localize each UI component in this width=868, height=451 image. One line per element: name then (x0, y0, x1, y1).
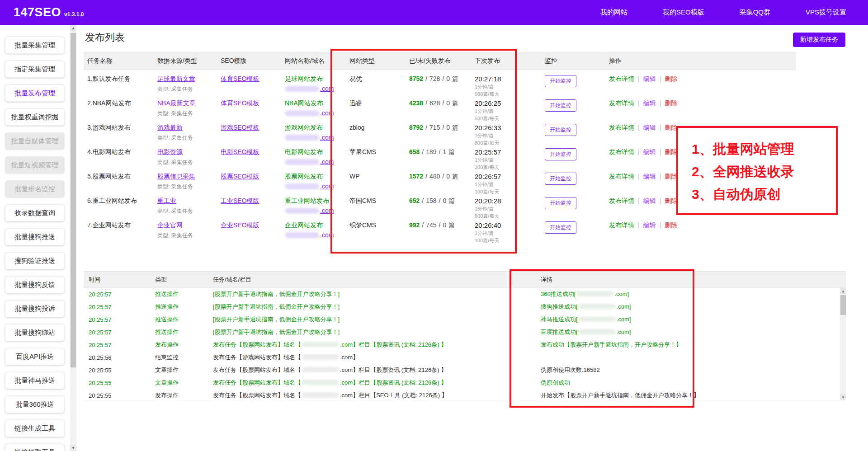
seo-template-link[interactable]: 企业SEO模版 (221, 221, 259, 229)
data-source-link[interactable]: 游戏最新 (157, 124, 183, 131)
start-monitor-button[interactable]: 开始监控 (545, 173, 576, 185)
site-domain-link[interactable]: .com (285, 158, 342, 165)
data-source-link[interactable]: 企业官网 (157, 221, 183, 229)
edit-link[interactable]: 编辑 (643, 148, 656, 155)
scroll-down-icon[interactable]: ▼ (840, 394, 846, 400)
seo-template-link[interactable]: 电影SEO模板 (221, 148, 259, 155)
redacted-domain (579, 316, 616, 322)
publish-details-link[interactable]: 发布详情 (609, 173, 634, 180)
edit-link[interactable]: 编辑 (643, 197, 656, 204)
seo-template-link[interactable]: 股票SEO模版 (221, 173, 259, 180)
sidebar-item-link-grab[interactable]: 链接抓取工具 (5, 444, 65, 451)
publish-counts: 658/189/1篇 (406, 143, 471, 170)
edit-link[interactable]: 编辑 (643, 173, 656, 180)
app-logo: 147SEO v1.3.1.0 (14, 5, 84, 19)
start-monitor-button[interactable]: 开始监控 (545, 124, 576, 136)
table-row: 6.重工业网站发布 重工业类型: 采集任务 工业SEO模版 重工业网站发布.co… (84, 192, 796, 216)
task-name: 7.企业网站发布 (84, 216, 154, 244)
sidebar-item-360-push[interactable]: 批量360推送 (5, 396, 65, 413)
delete-link[interactable]: 删除 (665, 148, 677, 155)
seo-template-link[interactable]: 体育SEO模板 (221, 99, 259, 107)
table-row: 2.NBA网站发布 NBA最新文章类型: 采集任务 体育SEO模板 NBA网站发… (84, 94, 796, 119)
site-type: zblog (346, 119, 406, 146)
sidebar-item-sogou-bind[interactable]: 批量搜狗绑站 (5, 324, 65, 341)
log-table: 时间 类型 任务/域名/栏目 详情 20:25:57 推送操作 [股票开户新手避… (84, 271, 846, 401)
sidebar-item-link-generate[interactable]: 链接生成工具 (5, 420, 65, 437)
delete-link[interactable]: 删除 (665, 75, 677, 82)
sidebar-item-specified-collect[interactable]: 指定采集管理 (5, 61, 65, 78)
sidebar-item-keyword-mining[interactable]: 批量权重词挖掘 (5, 108, 65, 126)
log-scrollbar[interactable]: ▲ ▼ (840, 288, 846, 400)
sidebar-item-baidu-api-push[interactable]: 百度API推送 (5, 348, 65, 365)
site-domain-link[interactable]: .com (285, 183, 342, 190)
log-time: 20:25:57 (84, 304, 150, 310)
site-domain-link[interactable]: .com (285, 85, 342, 92)
data-source-link[interactable]: NBA最新文章 (157, 99, 196, 107)
edit-link[interactable]: 编辑 (643, 221, 656, 229)
delete-link[interactable]: 删除 (665, 221, 677, 229)
site-name: 足球网站发布 (285, 75, 342, 83)
redacted-domain (302, 367, 339, 372)
sidebar-item-shenma-push[interactable]: 批量神马推送 (5, 372, 65, 389)
site-domain-link[interactable]: .com (285, 109, 342, 117)
sidebar-scrollbar-thumb[interactable] (71, 33, 76, 367)
delete-link[interactable]: 删除 (665, 99, 677, 107)
edit-link[interactable]: 编辑 (643, 75, 656, 82)
publish-details-link[interactable]: 发布详情 (609, 221, 634, 229)
log-detail: 神马推送成功[.com] (529, 315, 846, 324)
data-source-link[interactable]: 重工业 (157, 197, 176, 204)
edit-link[interactable]: 编辑 (643, 99, 656, 107)
sidebar-item-sogou-verify-push[interactable]: 搜狗验证推送 (5, 252, 65, 269)
seo-template-link[interactable]: 游戏SEO模板 (221, 124, 259, 131)
seo-template-link[interactable]: 工业SEO模版 (221, 197, 259, 204)
scroll-up-icon[interactable]: ▲ (840, 288, 846, 294)
log-scrollbar-thumb[interactable] (840, 295, 846, 315)
delete-link[interactable]: 删除 (665, 173, 677, 180)
sidebar-item-index-query[interactable]: 收录数据查询 (5, 204, 65, 221)
start-monitor-button[interactable]: 开始监控 (545, 99, 576, 112)
task-name: 4.电影网站发布 (84, 143, 154, 170)
sidebar-item-batch-collect[interactable]: 批量采集管理 (5, 37, 65, 54)
start-monitor-button[interactable]: 开始监控 (545, 148, 576, 160)
sidebar-scrollbar[interactable]: ▲ ▼ (70, 25, 76, 451)
site-domain-link[interactable]: .com (285, 207, 342, 214)
start-monitor-button[interactable]: 开始监控 (545, 75, 576, 87)
site-domain-link[interactable]: .com (285, 231, 342, 239)
log-time: 20:25:57 (84, 316, 150, 323)
nav-vps-dial-settings[interactable]: VPS拨号设置 (801, 5, 851, 20)
delete-link[interactable]: 删除 (665, 197, 677, 204)
publish-details-link[interactable]: 发布详情 (609, 148, 634, 155)
site-domain-link[interactable]: .com (285, 134, 342, 141)
publish-details-link[interactable]: 发布详情 (609, 124, 634, 131)
sidebar-item-sogou-feedback[interactable]: 批量搜狗反馈 (5, 276, 65, 293)
log-type: 推送操作 (150, 303, 208, 311)
top-header-bar: 147SEO v1.3.1.0 我的网站 我的SEO模版 采集QQ群 VPS拨号… (0, 0, 868, 25)
log-row: 20:25:55 文章操作 发布任务【股票网站发布】域名【.com】栏目【股票资… (84, 376, 846, 389)
delete-link[interactable]: 删除 (665, 124, 677, 131)
sidebar-item-sogou-push[interactable]: 批量搜狗推送 (5, 228, 65, 245)
seo-template-link[interactable]: 体育SEO模板 (221, 75, 259, 82)
edit-link[interactable]: 编辑 (643, 124, 656, 131)
sidebar-item-sogou-complaint[interactable]: 批量搜狗投诉 (5, 300, 65, 317)
publish-details-link[interactable]: 发布详情 (609, 75, 634, 82)
redacted-domain (579, 304, 616, 309)
row-actions: 发布详情|编辑|删除 (605, 119, 796, 146)
nav-my-seo-templates[interactable]: 我的SEO模版 (658, 5, 709, 20)
nav-my-websites[interactable]: 我的网站 (596, 5, 632, 20)
scroll-down-icon[interactable]: ▼ (70, 445, 76, 451)
log-body: 20:25:57 推送操作 [股票开户新手避坑指南，低佣金开户攻略分享！] 36… (84, 288, 846, 401)
log-detail: 360推送成功[.com] (529, 290, 846, 298)
data-source-link[interactable]: 股票信息采集 (157, 173, 195, 180)
data-source-link[interactable]: 电影资源 (157, 148, 183, 155)
publish-details-link[interactable]: 发布详情 (609, 99, 634, 107)
sidebar-item-batch-publish[interactable]: 批量发布管理 (5, 85, 65, 102)
log-time: 20:25:57 (84, 329, 150, 336)
start-monitor-button[interactable]: 开始监控 (545, 221, 576, 234)
nav-qq-group[interactable]: 采集QQ群 (735, 5, 775, 20)
data-source-link[interactable]: 足球最新文章 (157, 75, 195, 82)
add-publish-task-button[interactable]: 新增发布任务 (793, 33, 845, 47)
redacted-domain (285, 232, 319, 238)
start-monitor-button[interactable]: 开始监控 (545, 197, 576, 209)
scroll-up-icon[interactable]: ▲ (70, 25, 76, 31)
publish-details-link[interactable]: 发布详情 (609, 197, 634, 204)
